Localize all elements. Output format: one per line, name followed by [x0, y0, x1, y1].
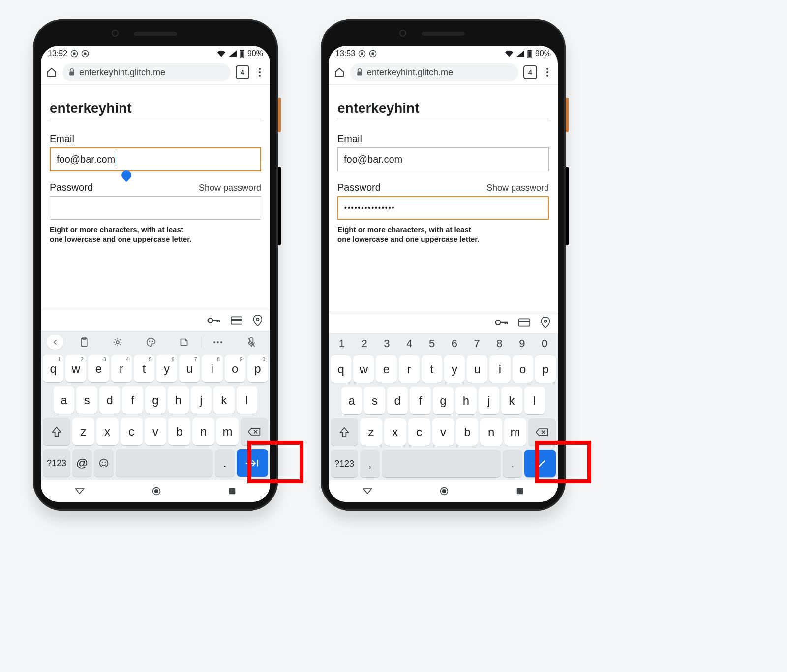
key-w[interactable]: w	[353, 355, 374, 383]
key-l[interactable]: l	[524, 387, 545, 414]
gboard-more-icon[interactable]	[201, 341, 235, 343]
key-c[interactable]: c	[121, 418, 143, 445]
volume-button[interactable]	[278, 167, 281, 245]
key-i[interactable]: i	[489, 355, 510, 383]
backspace-key[interactable]	[241, 418, 268, 445]
space-key[interactable]	[116, 449, 213, 477]
location-pin-icon[interactable]	[253, 315, 262, 326]
key-1[interactable]: 1	[331, 337, 353, 350]
tab-switcher[interactable]: 4	[236, 65, 249, 79]
backspace-key[interactable]	[528, 418, 556, 446]
key-q[interactable]: q1	[43, 355, 63, 382]
key-u[interactable]: u7	[179, 355, 200, 382]
key-6[interactable]: 6	[443, 337, 466, 350]
key-a[interactable]: a	[54, 386, 74, 414]
key-k[interactable]: k	[501, 387, 522, 414]
key-4[interactable]: 4	[398, 337, 421, 350]
key-e[interactable]: e3	[88, 355, 109, 382]
symbols-key[interactable]: ?123	[43, 449, 70, 477]
key-p[interactable]: p0	[247, 355, 268, 382]
key-r[interactable]: r4	[111, 355, 132, 382]
password-field[interactable]: •••••••••••••••	[337, 196, 549, 220]
key-icon[interactable]	[207, 317, 220, 324]
nav-back-icon[interactable]	[75, 488, 85, 495]
location-pin-icon[interactable]	[541, 317, 550, 328]
key-h[interactable]: h	[455, 387, 476, 414]
key-t[interactable]: t	[422, 355, 442, 383]
key-x[interactable]: x	[96, 418, 119, 445]
clipboard-icon[interactable]	[67, 337, 101, 347]
key-s[interactable]: s	[364, 387, 385, 414]
key-8[interactable]: 8	[488, 337, 511, 350]
symbols-key[interactable]: ?123	[331, 450, 358, 477]
key-b[interactable]: b	[456, 418, 478, 446]
key-y[interactable]: y6	[156, 355, 177, 382]
key-s[interactable]: s	[76, 386, 97, 414]
key-o[interactable]: o9	[225, 355, 245, 382]
space-key[interactable]	[382, 450, 501, 477]
address-bar[interactable]: enterkeyhint.glitch.me	[350, 63, 518, 81]
show-password-link[interactable]: Show password	[199, 183, 261, 193]
gear-icon[interactable]	[101, 337, 134, 347]
tab-switcher[interactable]: 4	[523, 65, 537, 79]
key-f[interactable]: f	[122, 386, 143, 414]
key-j[interactable]: j	[191, 386, 212, 414]
at-key[interactable]: @	[72, 449, 92, 477]
key-t[interactable]: t5	[134, 355, 154, 382]
nav-recents-icon[interactable]	[228, 487, 236, 495]
key-q[interactable]: q	[331, 355, 351, 383]
credit-card-icon[interactable]	[518, 318, 530, 327]
key-h[interactable]: h	[168, 386, 188, 414]
key-g[interactable]: g	[433, 387, 454, 414]
key-icon[interactable]	[495, 319, 508, 326]
password-field[interactable]	[50, 196, 261, 220]
key-n[interactable]: n	[192, 418, 214, 445]
key-v[interactable]: v	[432, 418, 454, 446]
key-3[interactable]: 3	[376, 337, 398, 350]
key-k[interactable]: k	[213, 386, 234, 414]
emoji-key[interactable]	[94, 449, 114, 477]
nav-home-icon[interactable]	[440, 487, 449, 496]
key-j[interactable]: j	[479, 387, 499, 414]
nav-back-icon[interactable]	[363, 488, 372, 495]
home-icon[interactable]	[46, 66, 58, 78]
key-2[interactable]: 2	[353, 337, 376, 350]
key-d[interactable]: d	[99, 386, 120, 414]
shift-key[interactable]	[43, 418, 70, 445]
credit-card-icon[interactable]	[231, 316, 242, 325]
key-f[interactable]: f	[410, 387, 430, 414]
key-p[interactable]: p	[535, 355, 556, 383]
palette-icon[interactable]	[134, 337, 168, 347]
show-password-link[interactable]: Show password	[486, 183, 549, 193]
period-key[interactable]: .	[503, 450, 522, 477]
sticker-icon[interactable]	[167, 338, 201, 347]
key-e[interactable]: e	[376, 355, 396, 383]
key-0[interactable]: 0	[533, 337, 556, 350]
key-w[interactable]: w2	[65, 355, 86, 382]
key-r[interactable]: r	[399, 355, 420, 383]
key-d[interactable]: d	[387, 387, 408, 414]
power-button[interactable]	[566, 98, 569, 132]
email-field[interactable]: foo@bar.com	[50, 147, 261, 171]
nav-recents-icon[interactable]	[516, 487, 524, 495]
key-m[interactable]: m	[216, 418, 239, 445]
enter-key-done[interactable]	[524, 450, 556, 477]
volume-button[interactable]	[566, 167, 569, 245]
key-z[interactable]: z	[360, 418, 382, 446]
overflow-menu-icon[interactable]	[542, 68, 553, 77]
key-i[interactable]: i8	[202, 355, 222, 382]
key-5[interactable]: 5	[421, 337, 443, 350]
overflow-menu-icon[interactable]	[254, 68, 265, 77]
key-b[interactable]: b	[168, 418, 190, 445]
key-z[interactable]: z	[72, 418, 94, 445]
key-l[interactable]: l	[237, 386, 257, 414]
nav-home-icon[interactable]	[152, 487, 161, 496]
key-o[interactable]: o	[513, 355, 533, 383]
power-button[interactable]	[278, 98, 281, 132]
home-icon[interactable]	[333, 66, 345, 78]
comma-key[interactable]: ,	[360, 450, 380, 477]
key-7[interactable]: 7	[466, 337, 488, 350]
key-v[interactable]: v	[145, 418, 167, 445]
key-n[interactable]: n	[480, 418, 502, 446]
enter-key-next[interactable]	[237, 449, 268, 477]
